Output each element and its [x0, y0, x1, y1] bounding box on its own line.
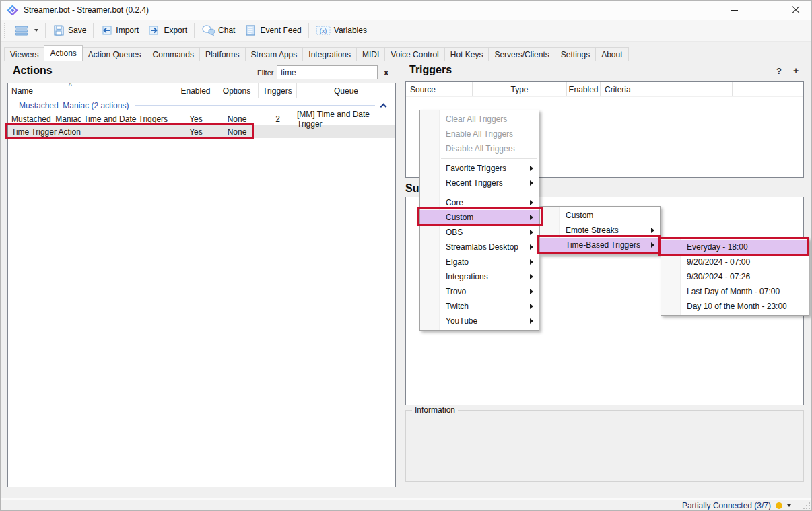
- app-window: Streamer.bot - Streamer.bot (0.2.4) Sav: [0, 0, 812, 511]
- chat-button[interactable]: Chat: [197, 22, 240, 40]
- tab-settings[interactable]: Settings: [555, 47, 596, 61]
- custom-submenu: Custom Emote Streaks Time-Based Triggers: [539, 206, 661, 254]
- menu-item-emote-streaks[interactable]: Emote Streaks: [540, 223, 660, 238]
- column-header-triggers[interactable]: Triggers: [259, 83, 297, 98]
- action-group-label: Mustached_Maniac (2 actions): [19, 101, 129, 110]
- menu-item-enable-all-triggers[interactable]: Enable All Triggers: [420, 127, 539, 141]
- menu-item-last-day-of-month-0700[interactable]: Last Day of Month - 07:00: [661, 284, 809, 299]
- menu-item-9-20-2024-0700[interactable]: 9/20/2024 - 07:00: [661, 254, 809, 269]
- close-icon: [792, 6, 800, 14]
- event-feed-button[interactable]: Event Feed: [240, 22, 306, 40]
- actions-table-header: Name ^ Enabled Options Triggers Queue: [8, 83, 395, 98]
- table-row[interactable]: Mustached_Maniac Time and Date Triggers …: [8, 112, 395, 125]
- tab-servers-clients[interactable]: Servers/Clients: [488, 47, 555, 61]
- import-icon: [100, 24, 112, 36]
- menu-item-everyday-1800[interactable]: Everyday - 18:00: [661, 240, 809, 254]
- tab-voice-control[interactable]: Voice Control: [384, 47, 444, 61]
- triggers-panel-title: Triggers: [409, 64, 452, 76]
- menu-item-favorite-triggers[interactable]: Favorite Triggers: [420, 161, 539, 176]
- window-title: Streamer.bot - Streamer.bot (0.2.4): [24, 5, 149, 15]
- tab-action-queues[interactable]: Action Queues: [82, 47, 147, 61]
- actions-table: Name ^ Enabled Options Triggers Queue Mu…: [7, 83, 396, 487]
- column-header-empty: [733, 82, 803, 96]
- column-header-name[interactable]: Name ^: [8, 83, 176, 98]
- menu-item-label: Recent Triggers: [446, 178, 503, 188]
- tab-actions[interactable]: Actions: [44, 45, 82, 61]
- column-header-source[interactable]: Source: [406, 82, 473, 96]
- resize-grip[interactable]: [803, 502, 810, 509]
- menu-item-integrations[interactable]: Integrations: [420, 269, 539, 284]
- toolbar-separator: [93, 23, 94, 38]
- filter-clear-button[interactable]: x: [384, 67, 388, 77]
- tab-about[interactable]: About: [595, 47, 628, 61]
- status-bar: Partially Connected (3/7): [1, 500, 811, 511]
- collapse-chevron-icon[interactable]: [380, 103, 387, 110]
- minimize-icon: [731, 10, 738, 11]
- menu-item-label: Streamlabs Desktop: [446, 242, 518, 252]
- tab-commands[interactable]: Commands: [147, 47, 200, 61]
- submenu-arrow-icon: [530, 259, 533, 265]
- menu-item-day-10-of-month-2300[interactable]: Day 10 of the Month - 23:00: [661, 299, 809, 314]
- submenu-arrow-icon: [530, 289, 533, 294]
- menu-item-clear-all-triggers[interactable]: Clear All Triggers: [420, 112, 539, 127]
- triggers-context-menu: Clear All Triggers Enable All Triggers D…: [419, 110, 539, 331]
- menu-item-time-based-triggers[interactable]: Time-Based Triggers: [540, 238, 660, 252]
- export-button[interactable]: Export: [143, 22, 192, 40]
- submenu-arrow-icon: [530, 180, 533, 186]
- filter-input[interactable]: [277, 65, 378, 79]
- menu-item-label: Trovo: [446, 287, 466, 296]
- submenu-arrow-icon: [530, 230, 533, 235]
- menu-item-recent-triggers[interactable]: Recent Triggers: [420, 176, 539, 191]
- menu-item-twitch[interactable]: Twitch: [420, 299, 539, 314]
- main-menu-button[interactable]: [9, 22, 43, 40]
- tab-viewers[interactable]: Viewers: [4, 47, 44, 61]
- triggers-help-button[interactable]: ?: [776, 66, 782, 76]
- variables-glyph: (x): [320, 28, 327, 34]
- menu-item-custom[interactable]: Custom: [420, 210, 539, 225]
- menu-item-label: OBS: [446, 228, 463, 237]
- menu-item-core[interactable]: Core: [420, 195, 539, 210]
- menu-item-label: 9/30/2024 - 07:26: [687, 272, 750, 281]
- column-header-criteria[interactable]: Criteria: [601, 82, 733, 96]
- menu-item-streamlabs-desktop[interactable]: Streamlabs Desktop: [420, 240, 539, 254]
- menu-item-label: Twitch: [446, 302, 469, 311]
- column-header-enabled[interactable]: Enabled: [176, 83, 215, 98]
- menu-item-custom-trigger[interactable]: Custom: [540, 208, 660, 223]
- save-icon: [53, 24, 65, 36]
- menu-item-trovo[interactable]: Trovo: [420, 284, 539, 299]
- menu-item-label: 9/20/2024 - 07:00: [687, 257, 750, 267]
- menu-item-youtube[interactable]: YouTube: [420, 314, 539, 329]
- column-header-options[interactable]: Options: [215, 83, 259, 98]
- column-header-queue[interactable]: Queue: [297, 83, 395, 98]
- toolbar-grip[interactable]: [3, 23, 7, 38]
- minimize-button[interactable]: [718, 1, 749, 20]
- toolbar-separator: [194, 23, 195, 38]
- menu-item-9-30-2024-0726[interactable]: 9/30/2024 - 07:26: [661, 269, 809, 284]
- toolbar-separator: [308, 23, 309, 38]
- connection-status-dot-icon[interactable]: [776, 502, 782, 509]
- tab-midi[interactable]: MIDI: [356, 47, 385, 61]
- column-header-enabled[interactable]: Enabled: [567, 82, 601, 96]
- action-options-cell: None: [215, 127, 259, 137]
- tab-hot-keys[interactable]: Hot Keys: [444, 47, 489, 61]
- tab-integrations[interactable]: Integrations: [302, 47, 357, 61]
- triggers-add-button[interactable]: +: [793, 65, 799, 76]
- maximize-button[interactable]: [749, 1, 780, 20]
- save-button[interactable]: Save: [48, 22, 91, 40]
- menu-item-elgato[interactable]: Elgato: [420, 254, 539, 269]
- import-button[interactable]: Import: [96, 22, 143, 40]
- close-button[interactable]: [780, 1, 811, 20]
- variables-button[interactable]: (x) Variables: [311, 22, 372, 40]
- tab-platforms[interactable]: Platforms: [199, 47, 246, 61]
- menu-item-label: Elgato: [446, 257, 469, 267]
- menu-item-label: Core: [446, 198, 463, 207]
- submenu-arrow-icon: [530, 215, 533, 220]
- column-header-type[interactable]: Type: [473, 82, 567, 96]
- tab-stream-apps[interactable]: Stream Apps: [245, 47, 304, 61]
- menu-item-obs[interactable]: OBS: [420, 225, 539, 240]
- chat-label: Chat: [218, 26, 235, 35]
- actions-panel-title: Actions: [13, 65, 53, 77]
- menu-item-disable-all-triggers[interactable]: Disable All Triggers: [420, 141, 539, 156]
- connection-status-text: Partially Connected (3/7): [682, 501, 771, 510]
- status-dropdown-icon[interactable]: [787, 504, 791, 507]
